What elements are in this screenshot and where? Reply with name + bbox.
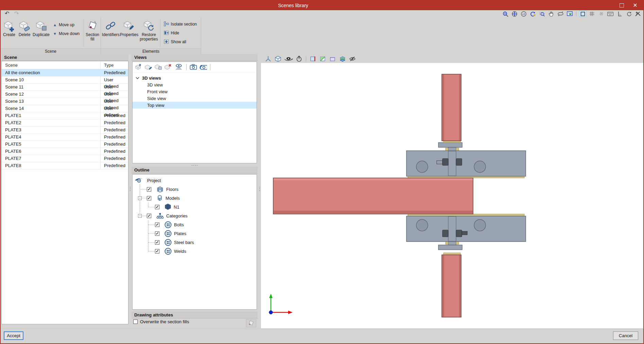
table-row[interactable]: PLATE5Predefined [2,141,128,148]
properties-button[interactable]: Properties [120,18,139,48]
outline-node-plates[interactable]: ✓ Plates [155,229,186,238]
outline-node-models[interactable]: ✓ Models [147,194,180,202]
hide-button[interactable]: Hide [164,29,199,36]
delete-button[interactable]: Delete [17,18,32,48]
outline-node-welds[interactable]: ✓ Welds [155,247,186,256]
close-button[interactable]: ✕ [628,1,642,10]
ribbon-separator [84,19,84,47]
section-x-icon[interactable] [309,55,317,63]
view-axes-icon[interactable] [264,55,272,63]
section-fill-button[interactable]: Section fill [85,18,100,48]
keyboard-icon[interactable] [607,11,614,17]
section-fill-small-button[interactable] [246,319,256,327]
isometric-view-icon[interactable] [274,55,282,63]
create-button[interactable]: Create [1,18,17,48]
outline-node-n1[interactable]: ✓ N1 [155,202,179,211]
zoom-previous-icon[interactable]: R [502,11,509,17]
orbit-view-icon[interactable] [284,55,293,63]
viewport[interactable] [261,54,643,328]
splitter-left[interactable] [128,54,132,324]
tree-node-view[interactable]: 3D view [133,81,257,88]
tree-node-3d-views[interactable]: 3D views [133,75,257,81]
redo-icon[interactable]: ↷ [14,10,19,17]
fit-screen-icon[interactable] [566,11,573,17]
table-row[interactable]: Scene 12User defined [2,91,128,98]
copy-view-button[interactable] [155,63,162,71]
pan-icon[interactable] [548,11,555,17]
measure-icon[interactable] [634,11,641,17]
table-row[interactable]: PLATE7Predefined [2,155,128,162]
rotate-icon[interactable] [625,11,632,17]
views-toolbar [133,62,257,72]
wireframe-icon[interactable] [579,11,586,17]
section-clip-icon[interactable] [329,55,336,63]
cancel-button[interactable]: Cancel [613,331,638,340]
checkbox-checked[interactable]: ✓ [147,196,151,200]
perspective-button[interactable] [174,63,183,71]
outline-node-categories[interactable]: ✓ Categories [147,211,188,220]
collapse-expander[interactable]: − [138,214,142,218]
table-row[interactable]: PLATE2Predefined [2,119,128,127]
restore-snapshot-button[interactable] [199,63,207,71]
move-up-button[interactable]: ▲ Move up [53,21,81,28]
table-row[interactable]: All the connectionPredefined [2,69,128,77]
checkbox-checked[interactable]: ✓ [155,205,159,209]
table-row[interactable]: PLATE8Predefined [2,162,128,169]
ribbon-group-scene: Create Delete Duplicate ▲ Move up [1,17,101,54]
checkbox-checked[interactable]: ✓ [147,187,151,192]
snap-icon[interactable] [598,11,605,17]
checkbox-checked[interactable]: ✓ [155,240,159,245]
maximize-button[interactable] [615,1,628,10]
table-row[interactable]: Scene 11User defined [2,84,128,91]
orbit-icon[interactable] [557,11,564,17]
splitter-horizontal[interactable] [132,164,257,167]
add-view-button[interactable] [135,63,142,71]
checkbox-checked[interactable]: ✓ [147,214,151,218]
checkbox-checked[interactable]: ✓ [155,249,159,253]
delete-view-button[interactable] [164,63,172,71]
zoom-extents-icon[interactable] [511,11,518,17]
edit-view-button[interactable] [145,63,152,71]
hide-elements-icon[interactable] [349,55,356,63]
collapse-expander[interactable]: − [138,196,142,200]
undo-icon[interactable]: ↶ [5,10,9,17]
tree-node-view[interactable]: Front view [133,88,257,95]
table-row[interactable]: Scene 13User defined [2,98,128,105]
duplicate-button[interactable]: Duplicate [32,18,50,48]
table-row[interactable]: PLATE1Predefined [2,112,128,119]
table-row[interactable]: PLATE6Predefined [2,148,128,155]
move-down-button[interactable]: ▼ Move down [53,30,81,37]
column-header-type[interactable]: Type [101,61,128,69]
show-all-button[interactable]: Show all [164,38,199,45]
isolate-section-button[interactable]: Isolate section [164,20,199,28]
outline-node-steel-bars[interactable]: ✓ Steel bars [155,238,194,247]
grid-icon[interactable] [589,11,595,17]
checkbox-unchecked[interactable] [133,320,138,324]
column-header-scene[interactable]: Scene [2,61,101,69]
tree-node-view[interactable]: Side view [133,95,257,102]
outline-node-bolts[interactable]: ✓ Bolts [155,220,184,229]
tree-node-view-selected[interactable]: Top view [133,102,257,109]
zoom-window-icon[interactable] [539,11,545,17]
section-diagonal-icon[interactable] [319,55,327,63]
accept-button[interactable]: Accept [4,331,23,340]
checkbox-checked[interactable]: ✓ [155,223,159,227]
outline-node-floors[interactable]: ✓ Floors [147,185,178,194]
table-row[interactable]: Scene 10User defined [2,77,128,84]
perpendicular-icon[interactable] [616,11,623,17]
zoom-x2-icon[interactable]: ×2 [520,11,527,17]
refresh-view-icon[interactable] [529,11,536,17]
table-row[interactable]: PLATE4Predefined [2,134,128,141]
checkbox-checked[interactable]: ✓ [155,231,159,236]
scene-panel-header: Scene [1,54,128,61]
restore-properties-button[interactable]: Restore properties [138,18,159,48]
splitter-right[interactable] [258,54,261,324]
table-row[interactable]: PLATE3Predefined [2,127,128,134]
layers-icon[interactable] [339,55,346,63]
rotation-anchor-icon[interactable] [295,55,303,63]
identifiers-button[interactable]: Identifiers [102,18,120,48]
table-row[interactable]: Scene 14User defined [2,105,128,112]
outline-node-project[interactable]: Project [135,176,162,185]
snapshot-button[interactable] [190,63,197,71]
viewport-canvas[interactable] [261,63,644,328]
